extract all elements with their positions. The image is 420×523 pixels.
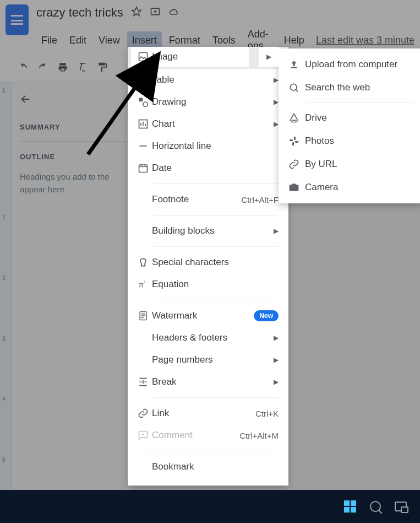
menu-label: Bookmark	[152, 461, 279, 472]
menu-bookmark[interactable]: Bookmark	[128, 456, 288, 478]
menu-label: Drawing	[152, 96, 274, 107]
submenu-label: By URL	[305, 159, 337, 170]
menu-drawing[interactable]: Drawing▶	[128, 91, 288, 113]
image-submenu: Upload from computerSearch the webDriveP…	[279, 48, 420, 203]
search-icon	[288, 82, 305, 93]
menu-edit[interactable]: Edit	[64, 31, 91, 50]
submenu-arrow-icon: ▶	[274, 334, 279, 342]
menu-headers-footers[interactable]: Headers & footers▶	[128, 327, 288, 349]
document-title[interactable]: crazy tech tricks	[36, 6, 123, 20]
menu-view[interactable]: View	[94, 31, 125, 50]
docs-logo-icon[interactable]	[6, 4, 29, 35]
undo-icon[interactable]	[18, 62, 29, 75]
print-icon[interactable]	[57, 62, 68, 75]
menu-chart[interactable]: Chart▶	[128, 113, 288, 135]
svg-rect-12	[139, 53, 148, 61]
submenu-arrow-icon: ▶	[274, 120, 279, 128]
menu-label: Building blocks	[152, 225, 274, 236]
menu-label: Comment	[152, 430, 239, 441]
windows-start-icon[interactable]	[337, 494, 363, 519]
svg-point-11	[290, 84, 297, 90]
menu-label: Horizontal line	[152, 141, 279, 152]
menu-special-characters[interactable]: Special characters	[128, 251, 288, 273]
cloud-icon[interactable]	[168, 6, 179, 19]
url-icon	[288, 159, 305, 170]
shortcut-label: Ctrl+K	[255, 409, 279, 418]
menu-separator	[154, 300, 279, 300]
menu-image-arrow: ▶	[259, 47, 279, 67]
camera-icon	[288, 182, 305, 193]
menu-separator	[154, 397, 279, 398]
menu-label: Watermark	[152, 310, 254, 321]
submenu-label: Photos	[305, 136, 334, 147]
image-icon	[138, 51, 152, 62]
menu-label: Table	[152, 74, 274, 85]
equation-icon: π+	[138, 279, 152, 290]
submenu-label: Upload from computer	[305, 59, 397, 70]
drive-icon	[288, 112, 305, 123]
outline-heading: OUTLINE	[20, 153, 126, 161]
paint-format-icon[interactable]	[97, 62, 108, 75]
summary-heading: SUMMARY	[20, 123, 126, 131]
menu-label: Special characters	[152, 257, 279, 268]
special-icon	[138, 257, 152, 268]
windows-taskbar	[0, 490, 420, 523]
comment-icon	[138, 430, 152, 441]
submenu-arrow-icon: ▶	[274, 98, 279, 106]
drawing-icon	[138, 96, 152, 107]
submenu-photos[interactable]: Photos	[279, 130, 420, 153]
menu-image-highlight[interactable]: Image	[131, 47, 249, 67]
menu-footnote[interactable]: FootnoteCtrl+Alt+F	[128, 188, 288, 211]
redo-icon[interactable]	[37, 62, 48, 75]
menu-label: Equation	[152, 279, 279, 290]
submenu-search-the-web[interactable]: Search the web	[279, 76, 420, 99]
menu-equation[interactable]: π+Equation	[128, 273, 288, 295]
last-edit-link[interactable]: Last edit was 3 minute	[316, 35, 414, 46]
menu-label: Page numbers	[152, 354, 274, 365]
menu-link[interactable]: LinkCtrl+K	[128, 402, 288, 424]
menu-date[interactable]: Date	[128, 157, 288, 179]
outline-sidebar: SUMMARY OUTLINE Headings you add to thea…	[12, 82, 133, 523]
menu-label: Link	[152, 408, 255, 419]
menu-table[interactable]: Table▶	[128, 69, 288, 91]
menu-building-blocks[interactable]: Building blocks▶	[128, 220, 288, 242]
submenu-arrow-icon: ▶	[274, 356, 279, 364]
vertical-ruler: 1 1 2 3 4 5	[0, 82, 12, 523]
menu-watermark[interactable]: WatermarkNew	[128, 305, 288, 327]
submenu-camera[interactable]: Camera	[279, 176, 420, 199]
svg-text:π: π	[139, 281, 144, 289]
upload-icon	[288, 59, 305, 70]
chart-icon	[138, 118, 152, 130]
toolbar-separator	[117, 62, 117, 74]
format-clear-icon[interactable]	[77, 62, 88, 75]
menu-label: Break	[152, 376, 274, 387]
submenu-by-url[interactable]: By URL	[279, 153, 420, 176]
menu-page-numbers[interactable]: Page numbers▶	[128, 349, 288, 371]
watermark-icon	[138, 310, 152, 321]
svg-text:+: +	[144, 279, 146, 284]
star-icon[interactable]	[131, 6, 142, 19]
svg-rect-3	[139, 98, 143, 102]
move-icon[interactable]	[150, 6, 161, 19]
menu-separator	[154, 215, 279, 215]
taskbar-search-icon[interactable]	[363, 494, 388, 519]
menu-break[interactable]: Break▶	[128, 371, 288, 393]
menu-horizontal-line[interactable]: Horizontal line	[128, 135, 288, 157]
submenu-upload-from-computer[interactable]: Upload from computer	[279, 53, 420, 76]
outline-hint: Headings you add to theappear here.	[20, 171, 126, 196]
menu-separator	[154, 184, 279, 184]
submenu-drive[interactable]: Drive	[279, 106, 420, 130]
menu-label: Date	[152, 163, 279, 174]
submenu-arrow-icon: ▶	[274, 378, 279, 386]
photos-icon	[288, 136, 305, 147]
back-arrow-icon[interactable]	[20, 93, 126, 107]
date-icon	[138, 163, 152, 174]
menu-label: Footnote	[152, 194, 241, 205]
insert-dropdown: Image▶Table▶Drawing▶Chart▶Horizontal lin…	[128, 47, 288, 486]
submenu-label: Drive	[305, 112, 327, 123]
submenu-arrow-icon: ▶	[274, 76, 279, 84]
task-view-icon[interactable]	[388, 494, 413, 519]
new-badge: New	[254, 310, 279, 321]
menu-label: Chart	[152, 118, 274, 130]
menu-file[interactable]: File	[36, 31, 62, 50]
